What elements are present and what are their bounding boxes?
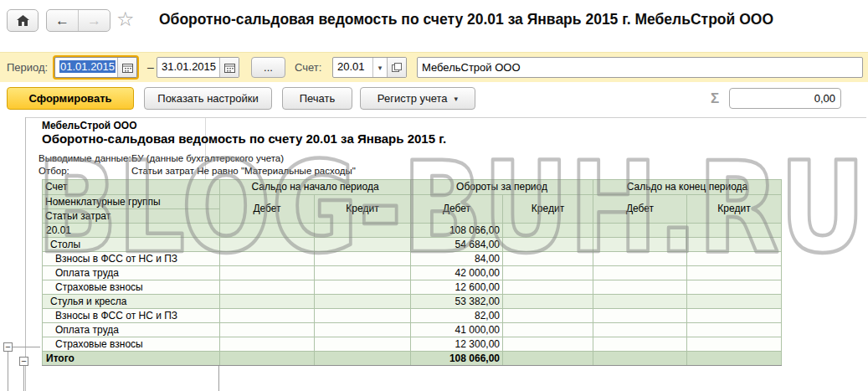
cell-value[interactable] bbox=[503, 252, 593, 266]
report-title: Оборотно-сальдовая ведомость по счету 20… bbox=[42, 131, 446, 146]
cell-value[interactable]: 84,00 bbox=[411, 252, 503, 266]
account-open-button[interactable] bbox=[387, 58, 406, 77]
header-debit: Дебет bbox=[593, 195, 687, 224]
show-settings-button[interactable]: Показать настройки bbox=[144, 87, 272, 110]
account-dropdown-button[interactable]: ▾ bbox=[372, 58, 387, 77]
cell-value[interactable] bbox=[687, 280, 782, 295]
account-value[interactable]: 20.01 bbox=[333, 58, 372, 77]
cell-value[interactable] bbox=[593, 280, 687, 295]
grid-column-line bbox=[218, 366, 219, 391]
period-more-button[interactable]: ... bbox=[251, 57, 285, 78]
cell-value[interactable] bbox=[315, 352, 411, 366]
tree-collapse-button[interactable]: − bbox=[19, 357, 28, 366]
cell-value[interactable] bbox=[687, 323, 782, 337]
cell-value[interactable] bbox=[687, 337, 782, 352]
cell-value[interactable] bbox=[315, 224, 411, 238]
cell-value[interactable] bbox=[315, 295, 411, 309]
cell-value[interactable] bbox=[220, 352, 315, 366]
cell-value[interactable] bbox=[593, 323, 687, 337]
cell-cost-item[interactable]: Взносы в ФСС от НС и ПЗ bbox=[43, 309, 220, 323]
back-button[interactable]: ← bbox=[47, 10, 79, 31]
cell-account[interactable]: 20.01 bbox=[43, 224, 220, 238]
cell-value[interactable] bbox=[687, 295, 782, 309]
cell-cost-item[interactable]: Взносы в ФСС от НС и ПЗ bbox=[43, 252, 220, 266]
cell-value[interactable] bbox=[220, 337, 315, 352]
cell-value[interactable] bbox=[503, 295, 593, 309]
cell-value[interactable]: 108 066,00 bbox=[411, 352, 503, 366]
cell-value[interactable] bbox=[503, 352, 593, 366]
cell-cost-item[interactable]: Страховые взносы bbox=[43, 280, 220, 295]
favorites-star-icon[interactable]: ☆ bbox=[116, 8, 135, 31]
cell-value[interactable] bbox=[220, 280, 315, 295]
organization-input[interactable] bbox=[417, 57, 863, 78]
cell-value[interactable]: 54 684,00 bbox=[411, 238, 503, 252]
period-to-field[interactable]: 31.01.2015 bbox=[157, 57, 239, 78]
cell-value[interactable] bbox=[503, 266, 593, 280]
cell-cost-item[interactable]: Оплата труда bbox=[43, 266, 220, 280]
cell-value[interactable] bbox=[593, 337, 687, 352]
cell-value[interactable] bbox=[503, 224, 593, 238]
cell-value[interactable] bbox=[503, 238, 593, 252]
cell-value[interactable] bbox=[315, 280, 411, 295]
cell-value[interactable] bbox=[315, 266, 411, 280]
account-field[interactable]: 20.01 ▾ bbox=[332, 57, 407, 78]
output-data-value: БУ (данные бухгалтерского учета) bbox=[131, 153, 284, 163]
cell-value[interactable] bbox=[593, 266, 687, 280]
cell-value[interactable] bbox=[687, 266, 782, 280]
cell-value[interactable] bbox=[687, 309, 782, 323]
cell-value[interactable] bbox=[220, 224, 315, 238]
period-label: Период: bbox=[7, 61, 48, 74]
cell-value[interactable]: 12 300,00 bbox=[411, 337, 503, 352]
cell-value[interactable] bbox=[687, 224, 782, 238]
cell-value[interactable] bbox=[593, 352, 687, 366]
period-to-value[interactable]: 31.01.2015 bbox=[157, 58, 219, 77]
cell-value[interactable] bbox=[503, 280, 593, 295]
cell-value[interactable]: 42 000,00 bbox=[411, 266, 503, 280]
cell-value[interactable] bbox=[220, 252, 315, 266]
cell-value[interactable] bbox=[687, 238, 782, 252]
cell-value[interactable] bbox=[220, 309, 315, 323]
cell-cost-item[interactable]: Страховые взносы bbox=[43, 337, 220, 352]
period-from-field[interactable]: 01.01.2015 bbox=[54, 57, 137, 78]
cell-value[interactable] bbox=[593, 309, 687, 323]
cell-value[interactable] bbox=[593, 295, 687, 309]
cell-value[interactable] bbox=[503, 323, 593, 337]
cell-value[interactable] bbox=[687, 352, 782, 366]
cell-value[interactable] bbox=[220, 295, 315, 309]
cell-value[interactable] bbox=[220, 238, 315, 252]
tree-collapse-button[interactable]: − bbox=[3, 342, 13, 352]
generate-button[interactable]: Сформировать bbox=[7, 87, 134, 110]
cell-value[interactable] bbox=[593, 238, 687, 252]
print-button[interactable]: Печать bbox=[282, 87, 352, 110]
cell-value[interactable] bbox=[315, 337, 411, 352]
cell-value[interactable] bbox=[315, 238, 411, 252]
cell-value[interactable] bbox=[503, 309, 593, 323]
cell-group[interactable]: Стулья и кресла bbox=[43, 295, 220, 309]
cell-value[interactable] bbox=[687, 252, 782, 266]
cell-value[interactable]: 12 600,00 bbox=[411, 280, 503, 295]
cell-cost-item[interactable]: Оплата труда bbox=[43, 323, 220, 337]
sum-input[interactable] bbox=[729, 88, 841, 109]
home-button[interactable] bbox=[7, 9, 39, 32]
cell-value[interactable]: 41 000,00 bbox=[411, 323, 503, 337]
period-from-value[interactable]: 01.01.2015 bbox=[55, 58, 117, 77]
cell-value[interactable] bbox=[315, 323, 411, 337]
register-button[interactable]: Регистр учета ▾ bbox=[360, 87, 475, 110]
cell-value[interactable] bbox=[220, 323, 315, 337]
cell-value[interactable] bbox=[593, 224, 687, 238]
forward-button[interactable]: → bbox=[79, 10, 110, 31]
cell-value[interactable] bbox=[593, 252, 687, 266]
calendar-button[interactable] bbox=[219, 58, 239, 77]
cell-value[interactable] bbox=[315, 252, 411, 266]
open-icon bbox=[392, 63, 402, 72]
cell-value[interactable] bbox=[220, 266, 315, 280]
cell-value[interactable]: 108 066,00 bbox=[411, 224, 503, 238]
cell-value[interactable]: 82,00 bbox=[411, 309, 503, 323]
cell-value[interactable]: 53 382,00 bbox=[411, 295, 503, 309]
report-top-border bbox=[25, 117, 866, 118]
calendar-button[interactable] bbox=[117, 58, 136, 77]
cell-total-label[interactable]: Итого bbox=[43, 352, 220, 366]
cell-group[interactable]: Столы bbox=[43, 238, 220, 252]
cell-value[interactable] bbox=[503, 337, 593, 352]
cell-value[interactable] bbox=[315, 309, 411, 323]
